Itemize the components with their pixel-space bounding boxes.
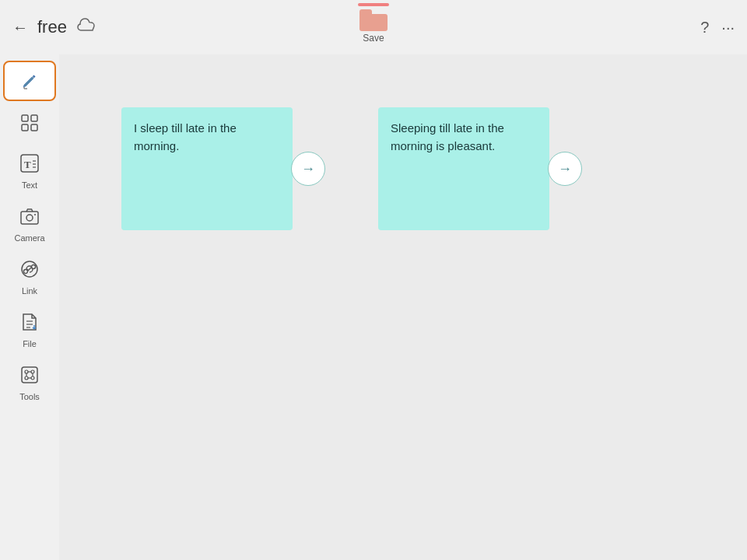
sidebar: T Text Camera — [0, 54, 59, 560]
card1-wrapper: I sleep till late in the morning. → — [121, 107, 325, 230]
file-icon — [16, 308, 44, 336]
svg-point-23 — [31, 370, 34, 373]
svg-rect-4 — [22, 124, 28, 131]
text-icon: T — [16, 149, 44, 177]
card2[interactable]: Sleeping till late in the morning is ple… — [378, 107, 549, 230]
card1-arrow[interactable]: → — [291, 152, 325, 186]
svg-point-16 — [32, 265, 36, 269]
sidebar-item-text-label: Text — [22, 180, 37, 190]
svg-point-22 — [25, 370, 28, 373]
card2-wrapper: Sleeping till late in the morning is ple… — [378, 107, 582, 230]
save-label: Save — [363, 33, 384, 44]
more-button[interactable]: ··· — [721, 19, 735, 37]
save-button[interactable]: Save — [359, 9, 388, 44]
sidebar-item-camera[interactable]: Camera — [3, 198, 56, 247]
sidebar-item-grid[interactable] — [3, 104, 56, 142]
svg-point-13 — [34, 214, 36, 215]
canvas: I sleep till late in the morning. → Slee… — [59, 54, 747, 560]
camera-icon — [16, 202, 44, 230]
help-button[interactable]: ? — [700, 19, 709, 37]
svg-rect-2 — [22, 115, 28, 121]
svg-point-12 — [26, 215, 33, 221]
back-button[interactable]: ← — [12, 19, 28, 37]
topbar-right: ? ··· — [700, 19, 735, 37]
card1[interactable]: I sleep till late in the morning. — [121, 107, 293, 230]
save-indicator — [358, 3, 389, 6]
topbar: ← free Save ? ··· — [0, 0, 747, 54]
svg-point-25 — [31, 376, 34, 380]
topbar-left: ← free — [12, 17, 96, 37]
sidebar-item-link-label: Link — [22, 286, 37, 296]
card2-arrow[interactable]: → — [548, 152, 582, 186]
grid-icon — [16, 109, 44, 137]
sidebar-item-annotate[interactable] — [3, 61, 56, 101]
svg-rect-11 — [21, 212, 38, 224]
cloud-icon[interactable] — [76, 17, 96, 37]
svg-rect-3 — [31, 115, 37, 121]
tools-icon — [16, 361, 44, 389]
svg-rect-21 — [22, 367, 37, 383]
svg-point-15 — [24, 270, 28, 274]
sidebar-item-tools-label: Tools — [19, 392, 40, 401]
sidebar-item-text[interactable]: T Text — [3, 145, 56, 194]
app-title: free — [37, 17, 67, 37]
link-icon — [16, 255, 44, 283]
svg-point-24 — [25, 376, 28, 380]
sidebar-item-tools[interactable]: Tools — [3, 356, 56, 406]
folder-icon — [359, 9, 388, 31]
sidebar-item-camera-label: Camera — [14, 233, 44, 243]
sidebar-item-file[interactable]: File — [3, 303, 56, 353]
svg-rect-5 — [31, 124, 37, 131]
svg-text:T: T — [24, 159, 31, 170]
sidebar-item-link[interactable]: Link — [3, 250, 56, 300]
sidebar-item-file-label: File — [23, 339, 37, 348]
pen-icon — [16, 67, 44, 95]
topbar-center: Save — [358, 3, 389, 44]
